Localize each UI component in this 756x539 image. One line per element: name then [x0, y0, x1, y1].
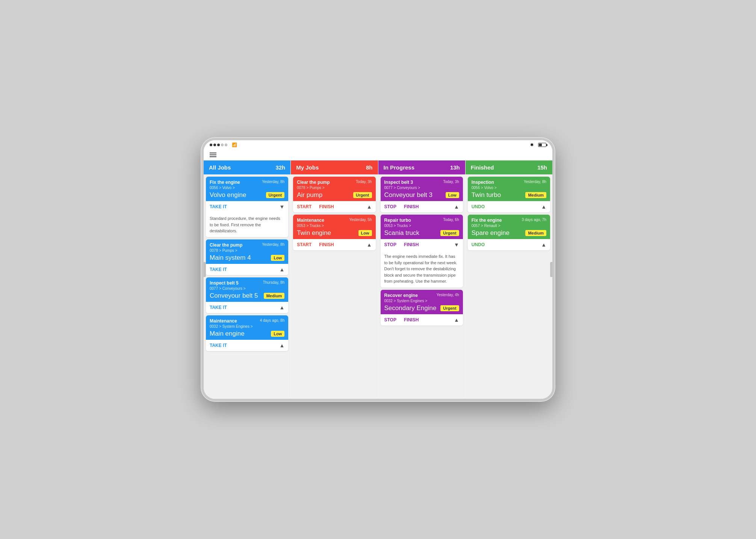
card-time: Yesterday, 4h — [437, 293, 459, 297]
card-badge: Urgent — [266, 192, 284, 198]
card-chevron[interactable]: ▼ — [279, 204, 284, 210]
action-take-it-button[interactable]: TAKE IT — [210, 305, 227, 310]
tablet-frame: 📶 ✱ All Jobs 32h Fix the engine Yesterda — [201, 138, 555, 401]
card-chevron[interactable]: ▲ — [541, 242, 546, 248]
card: Repair turbo Today, 6h 0053 > Trucks > S… — [381, 215, 463, 288]
action-stop-button[interactable]: STOP — [384, 204, 396, 209]
card-time: 3 days ago, 7h — [522, 218, 546, 222]
action-stop-button[interactable]: STOP — [384, 317, 396, 322]
col-label: All Jobs — [209, 164, 231, 171]
card-badge: Urgent — [440, 305, 459, 311]
card-name: Conveyour belt 5 — [210, 292, 258, 300]
card-top-row: Clear the pump Yesterday, 8h — [210, 242, 284, 248]
action-take-it-button[interactable]: TAKE IT — [210, 343, 227, 348]
card-badge: Low — [271, 331, 284, 337]
card-name: Air pump — [297, 191, 322, 199]
card-footer-actions: STARTFINISH — [297, 242, 334, 247]
card-header: Maintenance Yesterday, 5h 0053 > Trucks … — [293, 215, 375, 239]
card-badge: Low — [446, 192, 459, 198]
card-header: Clear the pump Today, 3h 0078 > Pumps > … — [293, 177, 375, 201]
card-footer-actions: STOPFINISH — [384, 242, 419, 247]
card-chevron[interactable]: ▲ — [541, 204, 546, 210]
action-take-it-button[interactable]: TAKE IT — [210, 267, 227, 272]
col-hours: 15h — [537, 164, 547, 171]
card-title: Fix the engine — [472, 218, 502, 223]
card-footer-actions: STARTFINISH — [297, 204, 334, 209]
card-badge: Medium — [525, 230, 546, 236]
card-time: Thursday, 8h — [263, 280, 285, 285]
card-name: Secondary Engine — [384, 304, 437, 312]
col-body-all-jobs: Fix the engine Yesterday, 8h 0056 > Volv… — [204, 174, 290, 399]
card-chevron[interactable]: ▲ — [279, 266, 284, 273]
card-title: Clear the pump — [297, 180, 330, 185]
card-title: Maintenance — [297, 218, 324, 223]
card-time: Yesterday, 8h — [262, 242, 284, 247]
card-footer: TAKE IT▲ — [206, 264, 288, 275]
column-all-jobs: All Jobs 32h Fix the engine Yesterday, 8… — [204, 160, 291, 399]
action-take-it-button[interactable]: TAKE IT — [210, 204, 227, 209]
card-top-row: Maintenance 4 days ago, 8h — [210, 318, 284, 324]
card-footer-actions: STOPFINISH — [384, 317, 419, 322]
card-header: Inspect belt 5 Thursday, 8h 0077 > Conve… — [206, 277, 288, 302]
card-name: Spare engine — [472, 229, 510, 237]
card-breadcrumb: 0056 > Volvo > — [472, 186, 546, 190]
side-button-right[interactable] — [550, 262, 554, 277]
card-top-row: Fix the engine 3 days ago, 7h — [472, 218, 546, 223]
card: Maintenance 4 days ago, 8h 0032 > System… — [206, 315, 288, 351]
card-description: Standard procedure, the engine needs to … — [206, 212, 288, 237]
card-time: Yesterday, 5h — [349, 218, 372, 222]
card-chevron[interactable]: ▲ — [367, 204, 372, 210]
col-header-in-progress: In Progress 13h — [378, 160, 465, 174]
card-header: Repair turbo Today, 6h 0053 > Trucks > S… — [381, 215, 463, 239]
card-breadcrumb: 0078 > Pumps > — [210, 248, 284, 253]
action-undo-button[interactable]: UNDO — [472, 242, 485, 247]
card-footer: UNDO▲ — [468, 201, 550, 212]
card-breadcrumb: 0056 > Volvo > — [210, 186, 284, 190]
card-chevron[interactable]: ▲ — [279, 342, 284, 348]
action-finish-button[interactable]: FINISH — [404, 242, 419, 247]
kanban-board: All Jobs 32h Fix the engine Yesterday, 8… — [204, 160, 552, 399]
card-chevron[interactable]: ▲ — [367, 242, 372, 248]
card-breadcrumb: 0053 > Trucks > — [297, 224, 372, 228]
action-start-button[interactable]: START — [297, 204, 311, 209]
card: Clear the pump Today, 3h 0078 > Pumps > … — [293, 177, 375, 212]
action-finish-button[interactable]: FINISH — [404, 204, 419, 209]
card-badge: Low — [271, 255, 284, 261]
card-breadcrumb: 0053 > Trucks > — [384, 224, 459, 228]
action-finish-button[interactable]: FINISH — [319, 242, 334, 247]
card: Inspection Yesterday, 8h 0056 > Volvo > … — [468, 177, 550, 212]
card-name-row: Conveyour belt 3 Low — [384, 191, 459, 199]
card-time: Today, 3h — [443, 180, 459, 184]
card-name-row: Main system 4 Low — [210, 254, 284, 262]
action-finish-button[interactable]: FINISH — [404, 317, 419, 322]
card-badge: Medium — [264, 293, 285, 299]
action-stop-button[interactable]: STOP — [384, 242, 396, 247]
card-top-row: Repair turbo Today, 6h — [384, 218, 459, 223]
card-chevron[interactable]: ▲ — [454, 204, 459, 210]
col-label: Finished — [471, 164, 494, 171]
col-label: My Jobs — [296, 164, 319, 171]
col-header-my-jobs: My Jobs 8h — [291, 160, 378, 174]
card-title: Maintenance — [210, 318, 237, 324]
action-start-button[interactable]: START — [297, 242, 311, 247]
card-chevron[interactable]: ▲ — [454, 317, 459, 323]
menu-button[interactable] — [210, 153, 216, 157]
side-button-left[interactable] — [202, 262, 206, 277]
card-name: Main engine — [210, 330, 245, 338]
card-footer: TAKE IT▲ — [206, 302, 288, 313]
action-undo-button[interactable]: UNDO — [472, 204, 485, 209]
signal-dots — [210, 144, 227, 146]
action-finish-button[interactable]: FINISH — [319, 204, 334, 209]
card-top-row: Inspect belt 5 Thursday, 8h — [210, 280, 284, 286]
card-name: Main system 4 — [210, 254, 251, 262]
card-chevron[interactable]: ▼ — [454, 242, 459, 248]
card-header: Inspect belt 3 Today, 3h 0077 > Conveyou… — [381, 177, 463, 201]
card: Fix the engine 3 days ago, 7h 0057 > Ren… — [468, 215, 550, 250]
col-hours: 8h — [366, 164, 373, 171]
column-finished: Finished 15h Inspection Yesterday, 8h 00… — [466, 160, 552, 399]
card-name-row: Twin turbo Medium — [472, 191, 546, 199]
card-title: Recover engine — [384, 293, 418, 298]
card-breadcrumb: 0032 > System Engines > — [210, 324, 284, 329]
card-name-row: Air pump Urgent — [297, 191, 372, 199]
card-chevron[interactable]: ▲ — [279, 304, 284, 310]
